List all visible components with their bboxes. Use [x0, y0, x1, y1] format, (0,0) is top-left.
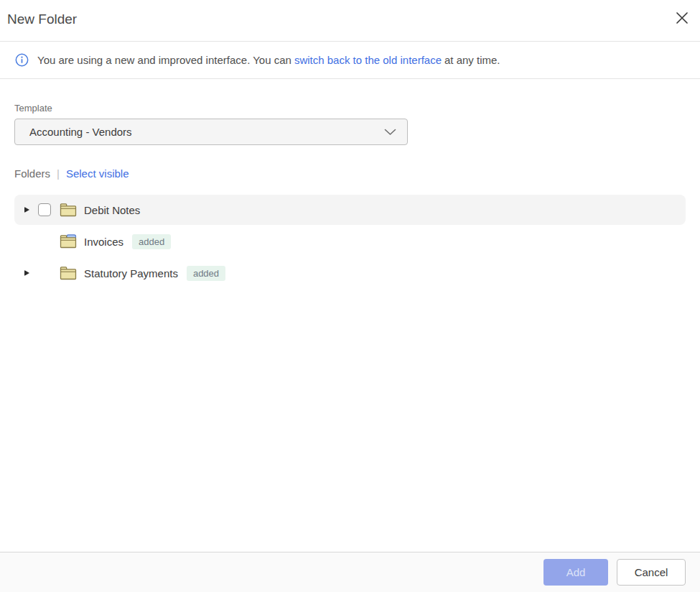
added-badge: added	[132, 234, 171, 249]
chevron-down-icon	[384, 129, 396, 136]
cancel-button[interactable]: Cancel	[617, 559, 686, 586]
folder-name: Invoices	[84, 236, 123, 248]
folder-icon	[60, 203, 77, 217]
folder-name: Debit Notes	[84, 204, 140, 216]
folders-label: Folders	[14, 167, 50, 180]
expand-arrow-icon[interactable]	[24, 270, 29, 276]
dialog-footer: Add Cancel	[0, 552, 700, 592]
dialog-header: New Folder	[0, 0, 700, 42]
tree-row-invoices[interactable]: Invoices added	[14, 226, 686, 256]
folder-added-icon	[60, 234, 77, 249]
template-select[interactable]: Accounting - Vendors	[14, 119, 408, 145]
info-banner: You are using a new and improved interfa…	[0, 42, 700, 79]
folder-checkbox[interactable]	[38, 203, 51, 216]
banner-text-after: at any time.	[444, 54, 500, 66]
folders-header: Folders | Select visible	[14, 167, 686, 180]
new-folder-dialog: New Folder You are using a new and impro…	[0, 0, 700, 592]
add-button[interactable]: Add	[543, 559, 608, 586]
close-button[interactable]	[673, 9, 691, 27]
tree-row-statutory-payments[interactable]: Statutory Payments added	[14, 258, 686, 288]
info-icon	[15, 53, 29, 67]
added-badge: added	[187, 266, 225, 281]
dialog-content: Template Accounting - Vendors Folders | …	[0, 103, 700, 288]
folder-name: Statutory Payments	[84, 267, 178, 279]
folder-icon	[60, 266, 77, 280]
folders-separator: |	[57, 167, 60, 180]
dialog-title: New Folder	[7, 11, 77, 27]
select-visible-link[interactable]: Select visible	[66, 167, 129, 180]
folder-tree: Debit Notes Invoices added	[14, 195, 686, 288]
close-icon	[675, 11, 689, 25]
expand-arrow-icon[interactable]	[24, 207, 29, 213]
template-selected-value: Accounting - Vendors	[29, 126, 132, 138]
banner-text-before: You are using a new and improved interfa…	[37, 54, 291, 66]
switch-old-interface-link[interactable]: switch back to the old interface	[294, 54, 442, 66]
template-label: Template	[14, 103, 686, 114]
tree-row-debit-notes[interactable]: Debit Notes	[14, 195, 686, 225]
